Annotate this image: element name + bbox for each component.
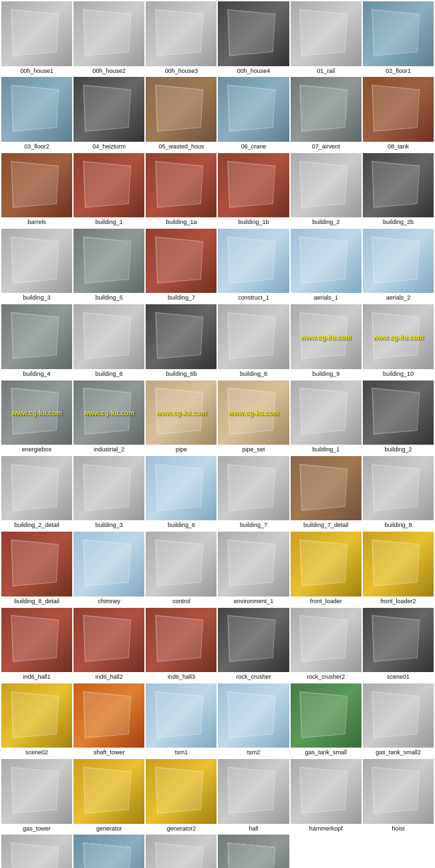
asset-item[interactable]: chimney xyxy=(74,532,144,606)
asset-label: building_7 xyxy=(218,520,289,530)
asset-thumbnail xyxy=(291,456,361,521)
asset-item[interactable]: tsm1 xyxy=(146,683,216,758)
asset-item[interactable]: generator2 xyxy=(146,759,216,833)
asset-item[interactable]: 06_crane xyxy=(218,77,289,151)
asset-thumbnail xyxy=(218,153,289,218)
asset-label: rock_crusher xyxy=(218,672,289,682)
asset-item[interactable]: ind6_hall1 xyxy=(1,608,72,682)
asset-item[interactable]: building_6 xyxy=(74,304,144,378)
asset-item[interactable]: hall xyxy=(218,759,289,833)
asset-item[interactable]: building_8 xyxy=(363,456,434,530)
asset-item[interactable]: building_1 xyxy=(74,153,144,227)
asset-item[interactable]: ind6_hall2 xyxy=(74,608,144,682)
asset-thumbnail xyxy=(363,456,434,521)
asset-item[interactable]: gas_tower xyxy=(1,759,72,833)
asset-item[interactable]: building_5 xyxy=(74,229,144,303)
asset-item[interactable]: www.cg-ku.comenergiebox xyxy=(1,381,72,455)
asset-thumbnail: www.cg-ku.com xyxy=(291,304,361,369)
asset-thumbnail xyxy=(1,304,72,369)
asset-item[interactable]: 08_tank xyxy=(363,77,434,151)
asset-item[interactable]: hammerkopf xyxy=(291,759,361,833)
asset-thumbnail xyxy=(146,683,216,748)
asset-item[interactable]: building_2 xyxy=(363,381,434,455)
asset-item[interactable]: building_6 xyxy=(146,456,216,530)
asset-item[interactable]: building_2_detail xyxy=(1,456,72,530)
asset-thumbnail xyxy=(218,683,289,748)
asset-thumbnail xyxy=(218,835,289,868)
asset-item[interactable]: 01_rail xyxy=(291,1,361,76)
asset-item[interactable]: barrels xyxy=(1,153,72,227)
asset-item[interactable]: tsm2 xyxy=(218,683,289,758)
asset-item[interactable]: control xyxy=(146,532,216,606)
asset-item[interactable]: 07_airvent xyxy=(291,77,361,151)
asset-item[interactable]: scene02 xyxy=(1,683,72,758)
asset-item[interactable]: shaft_tower xyxy=(74,683,144,758)
asset-label: generator2 xyxy=(146,824,216,834)
asset-thumbnail xyxy=(363,759,434,824)
asset-item[interactable]: 04_heizturm xyxy=(74,77,144,151)
asset-label: 02_floor1 xyxy=(363,66,434,76)
asset-item[interactable]: www.cg-ku.comindustrial_2 xyxy=(74,381,144,455)
asset-item[interactable]: building_1a xyxy=(146,153,216,227)
asset-thumbnail xyxy=(218,532,289,596)
asset-item[interactable]: building_2b xyxy=(363,153,434,227)
asset-item[interactable]: building_8 xyxy=(218,304,289,378)
asset-item[interactable]: building_7 xyxy=(146,229,216,303)
asset-item[interactable]: www.cg-ku.combuilding_9 xyxy=(291,304,361,378)
asset-label: ind6_hall1 xyxy=(1,672,72,682)
asset-item[interactable]: aerials_2 xyxy=(363,229,434,303)
asset-item[interactable]: 00h_house2 xyxy=(74,1,144,76)
asset-item[interactable]: 00h_house4 xyxy=(218,1,289,76)
asset-thumbnail xyxy=(74,1,144,66)
asset-thumbnail xyxy=(74,683,144,748)
asset-item[interactable]: 02_floor1 xyxy=(363,1,434,76)
asset-item[interactable]: generator xyxy=(74,759,144,833)
asset-item[interactable]: construct_1 xyxy=(218,229,289,303)
asset-thumbnail xyxy=(363,153,434,218)
asset-item[interactable]: gas_tank_small xyxy=(291,683,361,758)
asset-item[interactable]: 00h_house1 xyxy=(1,1,72,76)
asset-thumbnail xyxy=(74,532,144,596)
asset-item[interactable]: building_2 xyxy=(291,153,361,227)
asset-item[interactable]: front_loader xyxy=(291,532,361,606)
asset-label: barrels xyxy=(1,217,72,227)
asset-label: 08_tank xyxy=(363,142,434,152)
asset-label: building_6 xyxy=(74,369,144,379)
asset-item[interactable]: aerials_1 xyxy=(291,229,361,303)
asset-thumbnail xyxy=(291,608,361,673)
asset-label: 07_airvent xyxy=(291,142,361,152)
asset-item[interactable]: ind6_hall3 xyxy=(146,608,216,682)
asset-thumbnail xyxy=(291,532,361,596)
asset-item[interactable]: 05_wasted_hous xyxy=(146,77,216,151)
asset-item[interactable]: portable_toilet xyxy=(74,835,144,868)
asset-item[interactable]: building_1b xyxy=(218,153,289,227)
asset-item[interactable]: scene01 xyxy=(363,608,434,682)
asset-item[interactable]: www.cg-ku.combuilding_10 xyxy=(363,304,434,378)
asset-item[interactable]: gas_tank_small2 xyxy=(363,683,434,758)
asset-label: 00h_house4 xyxy=(218,66,289,76)
asset-item[interactable]: front_loader2 xyxy=(363,532,434,606)
asset-item[interactable]: shaft_tower03 xyxy=(218,835,289,868)
asset-item[interactable]: building_3 xyxy=(1,229,72,303)
asset-item[interactable]: shaft_tower02 xyxy=(146,835,216,868)
asset-item[interactable]: building_6b xyxy=(146,304,216,378)
asset-label: gas_tank_small2 xyxy=(363,748,434,758)
asset-item[interactable]: building_3 xyxy=(74,456,144,530)
asset-item[interactable]: 03_floor2 xyxy=(1,77,72,151)
asset-item[interactable]: hoist xyxy=(363,759,434,833)
asset-item[interactable]: rock_crusher xyxy=(218,608,289,682)
asset-item[interactable]: rock_crusher2 xyxy=(291,608,361,682)
asset-item[interactable]: www.cg-ku.compipe_set xyxy=(218,381,289,455)
asset-item[interactable]: building_8_detail xyxy=(1,532,72,606)
asset-item[interactable]: building_7_detail xyxy=(291,456,361,530)
asset-thumbnail xyxy=(146,835,216,868)
asset-item[interactable]: ladder xyxy=(1,835,72,868)
asset-label: building_10 xyxy=(363,369,434,379)
asset-thumbnail xyxy=(291,1,361,66)
asset-item[interactable]: building_7 xyxy=(218,456,289,530)
asset-item[interactable]: www.cg-ku.compipe xyxy=(146,381,216,455)
asset-item[interactable]: environment_1 xyxy=(218,532,289,606)
asset-item[interactable]: building_1 xyxy=(291,381,361,455)
asset-item[interactable]: building_4 xyxy=(1,304,72,378)
asset-item[interactable]: 00h_house3 xyxy=(146,1,216,76)
